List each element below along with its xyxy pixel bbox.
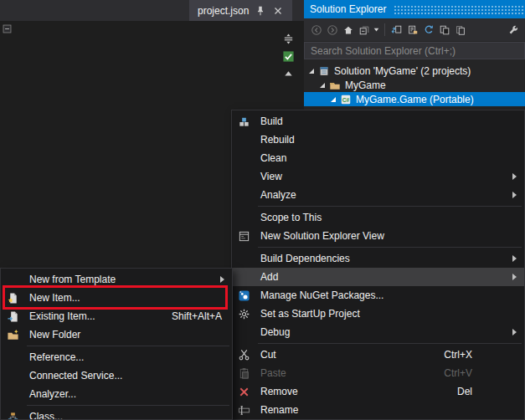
file-health-ok-icon[interactable]: [282, 50, 295, 63]
menu-item-label: Analyzer...: [29, 388, 76, 400]
forward-icon: [327, 24, 338, 36]
toolbar-button-back-icon[interactable]: [308, 22, 324, 38]
menu-item-gutter: [236, 325, 251, 339]
menu-item-scope-to-this[interactable]: Scope to This: [232, 208, 524, 227]
toolbar-button-home-icon[interactable]: [340, 22, 356, 38]
menu-item-cut[interactable]: CutCtrl+X: [232, 346, 524, 364]
existing-item-icon: [5, 310, 20, 323]
toolbar-button-show-all-files-icon[interactable]: [404, 22, 420, 38]
menu-item-gutter: [236, 211, 251, 224]
menu-separator: [27, 346, 229, 346]
outline-collapse-icon[interactable]: [2, 23, 13, 34]
menu-item-gutter: [236, 133, 251, 146]
rename-icon: [236, 403, 251, 417]
menu-item-label: New Folder: [29, 329, 80, 341]
menu-item-label: New Solution Explorer View: [260, 230, 384, 242]
startup-project-icon: [236, 307, 251, 320]
pin-icon[interactable]: [255, 5, 266, 17]
toolbar-button-sync-active-document-icon[interactable]: [389, 22, 404, 38]
menu-item-debug[interactable]: Debug: [232, 323, 524, 341]
menu-item-label: Clean: [260, 152, 286, 164]
toolbar-button-copy-icon[interactable]: [452, 22, 468, 38]
svg-text:C#: C#: [342, 96, 350, 102]
menu-item-label: Connected Service...: [29, 370, 122, 382]
expander-icon[interactable]: [331, 97, 336, 102]
tree-item-label: MyGame: [345, 79, 386, 91]
tree-item-solution-mygame-2-projects[interactable]: Solution 'MyGame' (2 projects): [304, 64, 525, 78]
menu-item-rename[interactable]: Rename: [232, 401, 524, 419]
menu-item-new-from-template[interactable]: New from Template: [1, 270, 232, 289]
menu-item-label: Build Dependencies: [260, 253, 350, 264]
menu-item-remove[interactable]: RemoveDel: [232, 382, 524, 401]
submenu-arrow-icon: [512, 255, 517, 262]
search-box: [304, 41, 525, 61]
search-input[interactable]: [304, 42, 525, 59]
se-tree: Solution 'MyGame' (2 projects)MyGameC#My…: [304, 61, 525, 106]
menu-separator: [27, 405, 229, 406]
menu-item-label: View: [260, 171, 282, 182]
menu-item-manage-nuget-packages[interactable]: Manage NuGet Packages...: [232, 286, 524, 305]
menu-item-label: Set as StartUp Project: [260, 308, 360, 320]
menu-item-new-item[interactable]: New Item...: [1, 289, 232, 307]
solution-explorer-titlebar[interactable]: Solution Explorer: [304, 0, 525, 18]
toolbar-button-wrench-icon[interactable]: [505, 22, 521, 38]
add-submenu: New from TemplateNew Item...Existing Ite…: [0, 268, 233, 420]
menu-item-label: New Item...: [29, 292, 80, 304]
close-icon[interactable]: [272, 5, 284, 17]
toolbar-button-caret-down-icon[interactable]: [372, 22, 381, 38]
menu-item-analyzer[interactable]: Analyzer...: [1, 385, 232, 403]
menu-item-paste[interactable]: PasteCtrl+V: [232, 364, 524, 382]
menu-item-add[interactable]: Add: [232, 268, 524, 286]
menu-item-connected-service[interactable]: Connected Service...: [1, 366, 232, 385]
document-tab-bar: project.json: [0, 0, 304, 21]
cut-icon: [236, 348, 251, 361]
menu-item-existing-item[interactable]: Existing Item...Shift+Alt+A: [1, 307, 232, 325]
document-tab[interactable]: project.json: [189, 0, 292, 21]
toolbar-button-refresh-icon[interactable]: [420, 22, 436, 38]
menu-item-view[interactable]: View: [232, 167, 524, 186]
menu-item-rebuild[interactable]: Rebuild: [232, 131, 524, 149]
menu-item-class[interactable]: Class...: [1, 407, 232, 420]
menu-item-reference[interactable]: Reference...: [1, 348, 232, 366]
show-all-files-icon: [407, 24, 419, 36]
menu-item-analyze[interactable]: Analyze: [232, 186, 524, 204]
menu-item-new-solution-explorer-view[interactable]: New Solution Explorer View: [232, 227, 524, 245]
menu-item-label: Debug: [260, 326, 290, 338]
menu-item-label: Rebuild: [260, 134, 295, 146]
menu-item-build[interactable]: Build: [232, 112, 524, 131]
menu-item-label: Remove: [260, 386, 298, 397]
expander-icon[interactable]: [320, 83, 325, 88]
menu-item-label: Paste: [260, 367, 286, 379]
menu-item-gutter: [5, 369, 20, 382]
nested-files-icon: [439, 24, 450, 36]
menu-item-set-as-startup-project[interactable]: Set as StartUp Project: [232, 305, 524, 323]
menu-item-label: Class...: [29, 411, 63, 420]
toolbar-button-collapse-all-icon[interactable]: [356, 22, 372, 38]
menu-item-label: Cut: [260, 349, 276, 361]
toolbar-button-forward-icon[interactable]: [324, 22, 340, 38]
se-toolbar-right: [505, 22, 521, 38]
menu-item-gutter: [236, 151, 251, 165]
se-toolbar: [304, 18, 525, 41]
toolbar-button-nested-files-icon[interactable]: [436, 22, 452, 38]
menu-item-label: Add: [260, 271, 278, 283]
menu-item-clean[interactable]: Clean: [232, 149, 524, 167]
tree-item-mygame[interactable]: MyGame: [304, 78, 525, 92]
menu-separator: [258, 247, 522, 248]
tree-item-mygame-game-portable[interactable]: C#MyGame.Game (Portable): [304, 92, 525, 106]
submenu-arrow-icon: [512, 173, 517, 180]
expander-icon[interactable]: [309, 69, 314, 74]
split-grip-icon[interactable]: [282, 33, 295, 45]
tree-item-label: MyGame.Game (Portable): [356, 94, 474, 105]
menu-separator: [258, 343, 522, 344]
scroll-up-icon[interactable]: [282, 68, 295, 80]
caret-down-icon: [373, 26, 380, 33]
csharp-project-icon: C#: [340, 94, 352, 105]
paste-icon: [236, 366, 251, 380]
refresh-icon: [423, 24, 435, 36]
panel-title: Solution Explorer: [310, 3, 386, 15]
submenu-arrow-icon: [220, 276, 224, 283]
menu-item-new-folder[interactable]: New Folder: [1, 325, 232, 344]
menu-item-build-dependencies[interactable]: Build Dependencies: [232, 249, 524, 268]
tree-item-label: Solution 'MyGame' (2 projects): [334, 65, 471, 77]
